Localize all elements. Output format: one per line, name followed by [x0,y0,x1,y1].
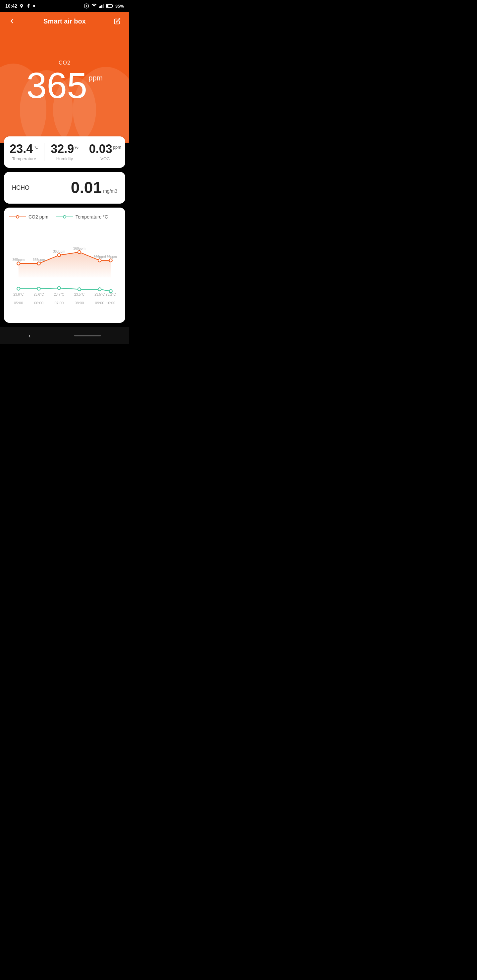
svg-rect-9 [106,5,108,7]
humidity-value-row: 32.9 % [51,143,78,155]
co2-dot-5 [109,259,112,262]
page-title: Smart air box [17,18,112,25]
voc-value-row: 0.03 ppm [89,143,121,155]
co2-val-0: 365ppm [12,258,24,262]
temp-dot-4 [98,288,101,291]
time-label-3: 08:00 [75,301,84,305]
temp-val-1: 23.6°C [34,293,44,296]
time-label-1: 06:00 [34,301,43,305]
temp-val-3: 23.5°C [74,293,85,296]
temp-line [19,288,111,291]
co2-legend-label: CO2 ppm [29,214,48,220]
co2-dot-3 [78,251,81,254]
time-display: 10:42 [5,3,17,9]
facebook-icon [26,3,31,9]
temp-dot-3 [78,288,81,291]
time-label-2: 07:00 [54,301,64,305]
co2-val-3: 369ppm [73,247,85,250]
hcho-card: HCHO 0.01 mg/m3 [4,172,125,204]
hcho-label: HCHO [12,185,29,191]
temp-line-seg1 [56,216,63,218]
notification-dot [33,5,35,7]
chart-area: 365ppm 365ppm 368ppm 369ppm 366ppm 366pp… [9,225,120,318]
temp-value: 23.4 [10,143,33,155]
co2-dot-2 [57,254,61,256]
temp-label: Temperature [12,156,36,161]
chart-legend: CO2 ppm Temperature °C [9,214,120,220]
temp-dot-0 [17,287,20,290]
co2-val-2: 368ppm [53,250,65,253]
temperature-stat: 23.4 °C Temperature [4,143,44,161]
temp-value-row: 23.4 °C [10,143,38,155]
co2-dot-1 [37,262,40,265]
humidity-value: 32.9 [51,143,74,155]
battery-icon [106,4,113,8]
co2-legend-line [9,215,26,218]
co2-dot-0 [17,262,20,265]
temp-legend-dot [63,215,66,218]
edit-button[interactable] [112,18,123,24]
status-right: 35% [83,3,124,9]
svg-rect-3 [99,6,100,8]
signal-icon [99,4,104,8]
status-bar: 10:42 [0,0,129,12]
temp-legend-item: Temperature °C [56,214,108,220]
temp-val-5: 23.2°C [106,293,116,296]
co2-val-5: 366ppm [105,255,117,259]
co2-dot-4 [98,259,101,262]
temp-line-seg2 [66,216,73,218]
temp-unit: °C [34,145,38,149]
hcho-unit: mg/m3 [103,188,117,194]
bg-shape-4 [53,77,96,143]
hcho-value-row: 0.01 mg/m3 [71,180,117,196]
temp-dot-5 [109,290,112,293]
header: Smart air box [0,12,129,30]
voc-unit: ppm [113,145,121,149]
status-left: 10:42 [5,3,35,9]
temp-dot-1 [37,287,40,290]
bottom-nav: ‹ [0,327,129,344]
temp-val-2: 23.7°C [54,293,64,296]
battery-label: 35% [115,4,124,9]
svg-rect-8 [113,5,113,6]
svg-rect-4 [100,6,101,8]
temp-val-4: 23.5°C [94,293,105,296]
temp-legend-label: Temperature °C [75,214,108,220]
voc-label: VOC [101,156,110,161]
humidity-label: Humidity [56,156,73,161]
time-label-5: 10:00 [106,301,115,305]
back-button[interactable] [6,18,17,25]
temp-legend-line [56,215,73,218]
co2-val-1: 365ppm [33,258,45,262]
gps-icon [83,3,89,9]
co2-line-seg2 [19,216,26,218]
temp-val-0: 23.6°C [13,293,24,296]
voc-stat: 0.03 ppm VOC [85,143,125,161]
hcho-value: 0.01 [71,180,102,196]
co2-legend-dot [16,215,19,218]
nav-back-button[interactable]: ‹ [29,332,31,339]
wifi-icon [91,4,97,8]
chart-card: CO2 ppm Temperature °C [4,208,125,323]
time-label-0: 05:00 [14,301,23,305]
co2-val-4: 366ppm [93,255,106,259]
voc-value: 0.03 [89,143,112,155]
humidity-unit: % [75,145,78,149]
home-indicator [74,335,101,336]
co2-line-seg1 [9,216,16,218]
stats-card: 23.4 °C Temperature 32.9 % Humidity 0.03… [4,137,125,168]
humidity-stat: 32.9 % Humidity [44,143,85,161]
hero-section: CO2 365 ppm [0,30,129,143]
time-label-4: 09:00 [95,301,104,305]
chart-svg: 365ppm 365ppm 368ppm 369ppm 366ppm 366pp… [9,225,120,318]
svg-rect-6 [103,4,104,8]
temp-dot-2 [57,286,61,290]
location-icon [19,4,24,8]
co2-legend-item: CO2 ppm [9,214,48,220]
svg-rect-5 [101,5,102,8]
